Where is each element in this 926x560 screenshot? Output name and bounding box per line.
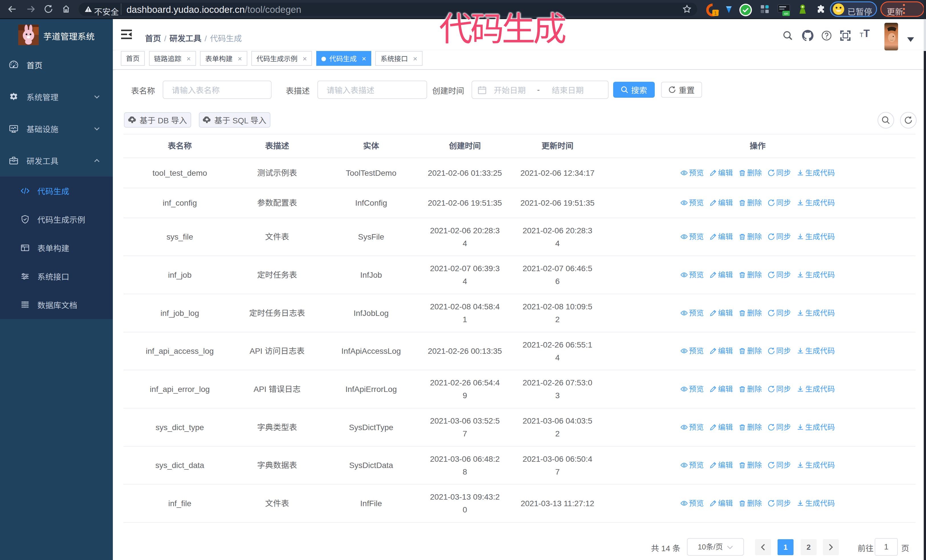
svg-text:on: on [784,11,788,16]
svg-text:1: 1 [714,11,717,16]
